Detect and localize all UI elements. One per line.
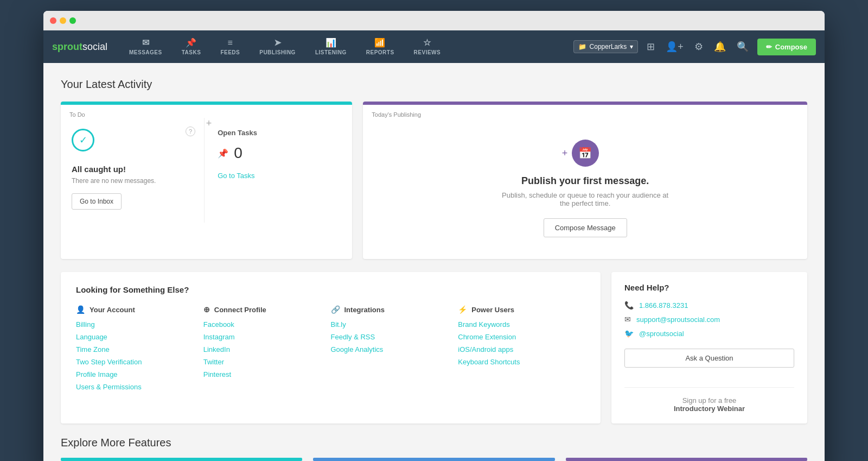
nav-items: ✉ MESSAGES 📌 TASKS ≡ FEEDS ➤ PUBLISHING … — [120, 34, 573, 60]
add-profile-button[interactable]: ⊞ — [644, 39, 657, 55]
email-link[interactable]: support@sproutsocial.com — [636, 315, 720, 324]
bitly-link[interactable]: Bit.ly — [331, 320, 448, 329]
activity-row: To Do ? ✓ + All caught up! — [61, 102, 807, 259]
main-content: Your Latest Activity To Do ? ✓ — [43, 63, 825, 461]
add-task-icon[interactable]: + — [206, 118, 212, 129]
tasks-section: Open Tasks 📌 0 Go to Tasks — [205, 118, 352, 223]
twitter-link-help[interactable]: @sproutsocial — [639, 330, 684, 338]
looking-card: Looking for Something Else? 👤 Your Accou… — [61, 272, 601, 424]
nav-item-listening[interactable]: 📊 LISTENING — [307, 34, 355, 60]
facebook-link[interactable]: Facebook — [203, 320, 320, 329]
settings-button[interactable]: ⚙ — [692, 39, 705, 55]
add-user-button[interactable]: 👤+ — [663, 39, 686, 55]
account-selector[interactable]: 📁 CopperLarks ▾ — [573, 40, 639, 53]
google-analytics-link[interactable]: Google Analytics — [331, 345, 448, 353]
tasks-count: 0 — [234, 144, 242, 162]
search-button[interactable]: 🔍 — [735, 39, 751, 55]
account-col-header: 👤 Your Account — [76, 305, 193, 314]
connect-column: ⊕ Connect Profile Facebook Instagram Lin… — [203, 305, 331, 391]
publishing-label: Today's Publishing — [363, 105, 807, 118]
nav-label-feeds: FEEDS — [220, 49, 240, 55]
webinar-bold: Introductory Webinar — [624, 405, 794, 413]
integrations-col-header: 🔗 Integrations — [331, 305, 448, 314]
compose-icon: ✏ — [766, 43, 772, 51]
publish-subtitle: Publish, schedule or queue to reach your… — [499, 191, 672, 207]
linkedin-link[interactable]: LinkedIn — [203, 345, 320, 353]
phone-link[interactable]: 1.866.878.3231 — [639, 301, 688, 310]
chevron-down-icon: ▾ — [630, 43, 633, 50]
nav-label-listening: LISTENING — [315, 49, 347, 55]
close-dot[interactable] — [50, 17, 56, 24]
calendar-icon: 📅 — [572, 140, 599, 167]
maximize-dot[interactable] — [69, 17, 76, 24]
connect-col-header: ⊕ Connect Profile — [203, 305, 320, 314]
keyboard-shortcuts-link[interactable]: Keyboard Shortcuts — [458, 358, 575, 366]
nav-item-reviews[interactable]: ☆ REVIEWS — [405, 34, 450, 60]
feeds-icon: ≡ — [227, 39, 233, 47]
nav-label-messages: MESSAGES — [129, 49, 162, 55]
power-col-title: Power Users — [471, 306, 514, 314]
billing-link[interactable]: Billing — [76, 320, 193, 329]
nav-label-tasks: TASKS — [182, 49, 201, 55]
compose-button[interactable]: ✏ Compose — [757, 39, 816, 55]
instagram-link[interactable]: Instagram — [203, 333, 320, 341]
topnav-right: 📁 CopperLarks ▾ ⊞ 👤+ ⚙ 🔔 🔍 ✏ Compose — [573, 39, 816, 55]
nav-label-publishing: PUBLISHING — [259, 49, 296, 55]
feedly-link[interactable]: Feedly & RSS — [331, 333, 448, 341]
publish-plus-icon: + — [562, 148, 568, 159]
nav-item-feeds[interactable]: ≡ FEEDS — [212, 34, 248, 60]
divider — [624, 387, 794, 388]
explore-bar-2 — [313, 458, 554, 461]
timezone-link[interactable]: Time Zone — [76, 345, 193, 353]
minimize-dot[interactable] — [60, 17, 66, 24]
profile-image-link[interactable]: Profile Image — [76, 370, 193, 378]
looking-columns: 👤 Your Account Billing Language Time Zon… — [76, 305, 585, 391]
page-title: Your Latest Activity — [61, 78, 807, 91]
users-permissions-link[interactable]: Users & Permissions — [76, 383, 193, 391]
explore-section: Explore More Features — [61, 437, 807, 461]
compose-label: Compose — [775, 43, 807, 51]
inbox-check-icon: ✓ — [72, 129, 94, 151]
help-icon[interactable]: ? — [186, 127, 195, 136]
language-link[interactable]: Language — [76, 333, 193, 341]
pinterest-link[interactable]: Pinterest — [203, 370, 320, 378]
need-help-card: Need Help? 📞 1.866.878.3231 ✉ support@sp… — [611, 272, 807, 424]
help-section: Looking for Something Else? 👤 Your Accou… — [61, 272, 807, 424]
looking-title: Looking for Something Else? — [76, 285, 585, 294]
notifications-button[interactable]: 🔔 — [712, 39, 728, 55]
tasks-count-row: 📌 0 — [218, 144, 339, 162]
brand-keywords-link[interactable]: Brand Keywords — [458, 320, 575, 329]
phone-contact: 📞 1.866.878.3231 — [624, 301, 794, 310]
nav-label-reports: REPORTS — [366, 49, 394, 55]
publishing-card-body: + 📅 Publish your first message. Publish,… — [363, 118, 807, 259]
go-to-inbox-button[interactable]: Go to Inbox — [72, 193, 122, 210]
power-links: Brand Keywords Chrome Extension iOS/Andr… — [458, 320, 575, 366]
power-col-header: ⚡ Power Users — [458, 305, 575, 314]
app-container: sprout social ✉ MESSAGES 📌 TASKS ≡ FEEDS… — [43, 30, 825, 461]
go-to-tasks-link[interactable]: Go to Tasks — [218, 172, 254, 180]
nav-item-tasks[interactable]: 📌 TASKS — [173, 34, 210, 60]
nav-item-publishing[interactable]: ➤ PUBLISHING — [251, 34, 304, 60]
explore-bar-3 — [566, 458, 807, 461]
need-help-title: Need Help? — [624, 283, 794, 292]
explore-bars — [61, 458, 807, 461]
account-folder-icon: 📁 — [578, 43, 586, 50]
ios-android-link[interactable]: iOS/Android apps — [458, 345, 575, 353]
open-tasks-title: Open Tasks — [218, 129, 339, 137]
logo-social-text: social — [82, 41, 107, 53]
browser-window: sprout social ✉ MESSAGES 📌 TASKS ≡ FEEDS… — [43, 11, 825, 461]
compose-message-button[interactable]: Compose Message — [544, 218, 627, 237]
nav-item-reports[interactable]: 📶 REPORTS — [358, 34, 403, 60]
nav-label-reviews: REVIEWS — [414, 49, 441, 55]
power-column: ⚡ Power Users Brand Keywords Chrome Exte… — [458, 305, 585, 391]
two-step-link[interactable]: Two Step Verification — [76, 358, 193, 366]
inbox-section: ? ✓ + All caught up! There are no new me… — [61, 118, 205, 223]
logo[interactable]: sprout social — [52, 41, 107, 53]
twitter-link[interactable]: Twitter — [203, 358, 320, 366]
ask-question-button[interactable]: Ask a Question — [624, 349, 794, 368]
tasks-icon: 📌 — [186, 39, 197, 47]
nav-item-messages[interactable]: ✉ MESSAGES — [120, 34, 171, 60]
todo-card: To Do ? ✓ + All caught up! — [61, 102, 352, 259]
chrome-extension-link[interactable]: Chrome Extension — [458, 333, 575, 341]
phone-icon: 📞 — [624, 301, 634, 310]
